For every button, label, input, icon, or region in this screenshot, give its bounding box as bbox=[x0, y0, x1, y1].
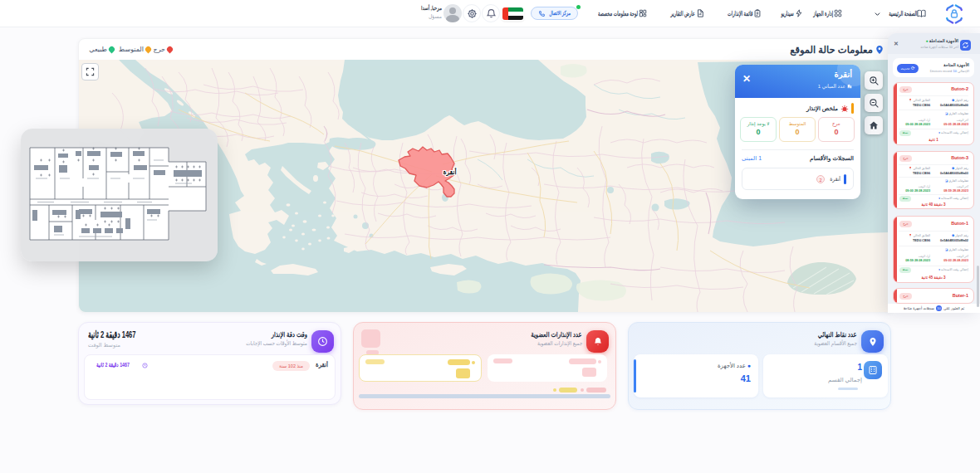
svg-text:أنقرة: أنقرة bbox=[443, 168, 456, 176]
